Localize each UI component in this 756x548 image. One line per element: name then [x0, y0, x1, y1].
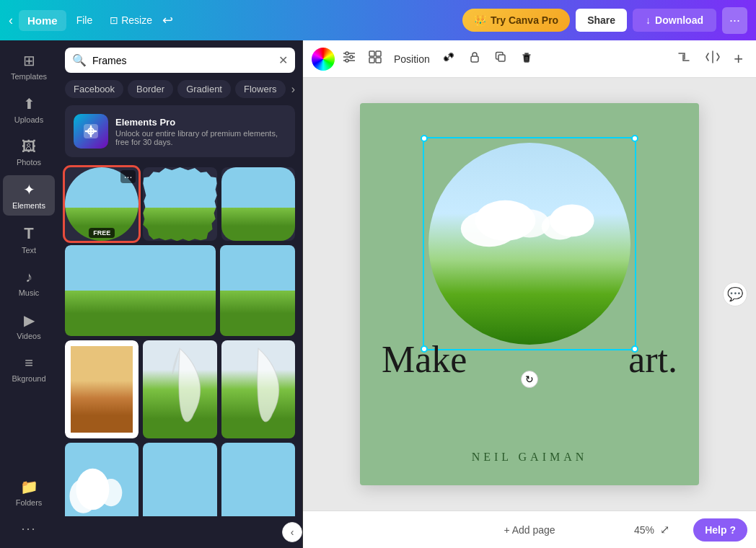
grid-row-2 — [65, 245, 295, 335]
frames-grid: ··· FREE — [58, 164, 302, 516]
promo-banner[interactable]: Elements Pro Unlock our entire library o… — [65, 105, 295, 157]
sidebar-more-button[interactable]: ··· — [3, 516, 55, 542]
zoom-level: 45% — [634, 524, 654, 536]
more-options-button[interactable]: ··· — [722, 7, 747, 34]
sidebar-item-background[interactable]: ≡ Bkground — [3, 349, 55, 389]
frame-more-button[interactable]: ··· — [120, 170, 136, 183]
grid-row-3 — [65, 340, 295, 438]
help-button[interactable]: Help ? — [693, 518, 747, 542]
filter-tool-button[interactable] — [338, 45, 361, 72]
canvas-toolbar: Position — [303, 40, 756, 78]
text-icon: T — [24, 224, 33, 243]
sidebar-item-videos[interactable]: ▶ Videos — [3, 306, 55, 346]
sidebar-item-photos[interactable]: 🖼 Photos — [3, 133, 55, 172]
uploads-icon: ⬆ — [23, 95, 35, 112]
crop-button[interactable] — [672, 45, 696, 73]
more-icon: ··· — [21, 521, 36, 536]
canvas-content[interactable]: ↻ Make art. Neil Gaiman 💬 — [303, 78, 756, 511]
try-canva-button[interactable]: 👑 Try Canva Pro — [462, 9, 570, 32]
design-card[interactable]: ↻ Make art. Neil Gaiman — [360, 103, 699, 485]
frame-item-circle[interactable]: ··· FREE — [65, 167, 139, 241]
undo-button[interactable]: ↩ — [162, 12, 173, 28]
frame-item-r4-c[interactable] — [221, 443, 295, 516]
back-button[interactable]: ‹ — [9, 13, 13, 28]
frame-item-portrait-feather2[interactable] — [221, 340, 295, 438]
frame-item-scallop[interactable] — [143, 167, 216, 241]
grid-tool-button[interactable] — [364, 45, 387, 72]
frame-item-landscape-wide[interactable] — [65, 245, 216, 335]
filter-facebook[interactable]: Facebook — [65, 80, 123, 98]
videos-icon: ▶ — [24, 311, 35, 329]
topbar: ‹ Home File ⊡ Resize ↩ 👑 Try Canva Pro S… — [0, 0, 756, 40]
filter-more-icon[interactable]: › — [291, 83, 295, 96]
filter-gradient[interactable]: Gradient — [177, 80, 231, 98]
search-input[interactable] — [92, 55, 273, 66]
download-icon: ↓ — [646, 14, 651, 26]
search-bar: 🔍 ✕ — [65, 48, 295, 73]
collapse-icon: ‹ — [291, 526, 294, 538]
svg-rect-11 — [369, 51, 374, 56]
add-page-button[interactable]: + Add page — [504, 524, 555, 536]
frame-item-rounded-sq[interactable] — [221, 167, 295, 241]
make-text: Make — [382, 338, 467, 381]
copy-tool-button[interactable] — [489, 45, 512, 72]
zoom-expand-button[interactable]: ⤢ — [660, 523, 669, 536]
frame-item-landscape-sq[interactable] — [220, 245, 295, 335]
panel-collapse-button[interactable]: ‹ — [282, 522, 302, 542]
sidebar-nav: ⊞ Templates ⬆ Uploads 🖼 Photos ✦ Element… — [0, 40, 58, 548]
folders-icon: 📁 — [20, 478, 38, 495]
frame-item-r4-a[interactable] — [65, 443, 139, 516]
main-layout: ⊞ Templates ⬆ Uploads 🖼 Photos ✦ Element… — [0, 40, 756, 548]
search-icon: 🔍 — [72, 53, 87, 67]
music-icon: ♪ — [25, 269, 32, 286]
crown-icon: 👑 — [474, 14, 486, 26]
promo-icon — [74, 114, 108, 149]
filter-border[interactable]: Border — [128, 80, 173, 98]
sidebar-item-folders[interactable]: 📁 Folders — [3, 472, 55, 513]
flip-button[interactable] — [700, 45, 725, 73]
svg-rect-15 — [471, 56, 478, 62]
color-picker-button[interactable] — [312, 48, 335, 71]
templates-icon: ⊞ — [23, 52, 35, 69]
filter-flowers[interactable]: Flowers — [235, 80, 286, 98]
promo-text: Elements Pro Unlock our entire library o… — [115, 117, 286, 146]
comment-button[interactable]: 💬 — [723, 282, 747, 306]
home-button[interactable]: Home — [19, 10, 66, 31]
sidebar-item-uploads[interactable]: ⬆ Uploads — [3, 89, 55, 130]
lock-tool-button[interactable] — [463, 45, 486, 72]
sidebar-item-elements[interactable]: ✦ Elements — [3, 175, 55, 216]
delete-tool-button[interactable] — [515, 45, 538, 72]
download-button[interactable]: ↓ Download — [633, 9, 716, 32]
canvas-area: Position — [303, 40, 756, 548]
grid-row-4 — [65, 443, 295, 516]
sidebar-item-templates[interactable]: ⊞ Templates — [3, 46, 55, 87]
frame-item-portrait-feather[interactable] — [143, 340, 216, 438]
svg-point-21 — [550, 204, 594, 237]
background-icon: ≡ — [25, 355, 33, 371]
resize-button[interactable]: ⊡ Resize — [102, 10, 159, 30]
position-tool-button[interactable]: Position — [390, 47, 434, 71]
grid-row-1: ··· FREE — [65, 167, 295, 241]
position-label: Position — [394, 53, 430, 65]
photos-icon: 🖼 — [22, 138, 36, 155]
panel: 🔍 ✕ Facebook Border Gradient Flowers › E… — [58, 40, 303, 548]
promo-title: Elements Pro — [115, 117, 286, 128]
svg-point-10 — [346, 59, 348, 62]
art-text: art. — [628, 338, 677, 381]
canvas-side-controls: 💬 — [723, 282, 747, 306]
link-tool-button[interactable] — [437, 45, 460, 72]
svg-rect-16 — [498, 55, 505, 61]
filter-row: Facebook Border Gradient Flowers › — [58, 80, 302, 105]
sidebar-item-text[interactable]: T Text — [3, 218, 55, 260]
frame-item-r4-b[interactable] — [143, 443, 216, 516]
svg-rect-13 — [369, 58, 374, 63]
share-button[interactable]: Share — [576, 9, 627, 32]
frame-item-border-wide[interactable] — [65, 340, 139, 438]
search-clear-button[interactable]: ✕ — [278, 53, 288, 67]
svg-point-8 — [346, 52, 348, 55]
canvas-bottom: + Add page 45% ⤢ Help ? — [303, 511, 756, 548]
file-button[interactable]: File — [69, 10, 100, 30]
sidebar-item-music[interactable]: ♪ Music — [3, 263, 55, 303]
frame-scallop-preview — [143, 167, 216, 241]
add-element-button[interactable]: + — [729, 45, 747, 73]
